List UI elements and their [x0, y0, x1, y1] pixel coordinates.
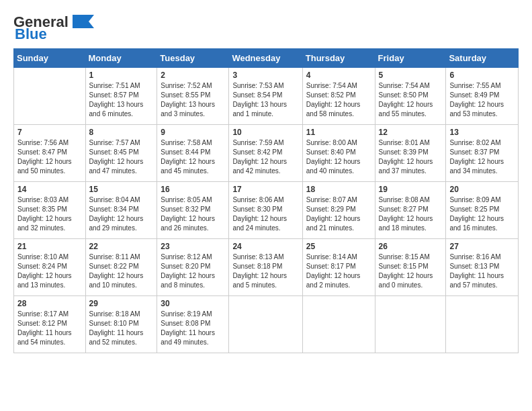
day-number: 30 [161, 299, 225, 308]
day-number: 10 [232, 128, 298, 137]
header: General Blue [13, 13, 519, 43]
day-info: Sunrise: 7:59 AM Sunset: 8:42 PM Dayligh… [232, 138, 298, 176]
day-info: Sunrise: 7:52 AM Sunset: 8:55 PM Dayligh… [161, 81, 225, 119]
day-cell: 15Sunrise: 8:04 AM Sunset: 8:34 PM Dayli… [85, 182, 157, 239]
day-number: 8 [89, 128, 154, 137]
col-header-friday: Friday [375, 49, 446, 68]
day-info: Sunrise: 7:55 AM Sunset: 8:49 PM Dayligh… [449, 81, 515, 119]
day-cell: 18Sunrise: 8:07 AM Sunset: 8:29 PM Dayli… [302, 182, 375, 239]
day-number: 22 [89, 242, 154, 251]
day-cell: 11Sunrise: 8:00 AM Sunset: 8:40 PM Dayli… [302, 125, 375, 182]
day-info: Sunrise: 7:56 AM Sunset: 8:47 PM Dayligh… [17, 138, 82, 176]
day-info: Sunrise: 7:53 AM Sunset: 8:54 PM Dayligh… [232, 81, 298, 119]
day-number: 23 [161, 242, 225, 251]
day-cell: 8Sunrise: 7:57 AM Sunset: 8:45 PM Daylig… [85, 125, 157, 182]
week-row-1: 1Sunrise: 7:51 AM Sunset: 8:57 PM Daylig… [14, 68, 519, 125]
day-cell: 9Sunrise: 7:58 AM Sunset: 8:44 PM Daylig… [157, 125, 229, 182]
day-info: Sunrise: 8:17 AM Sunset: 8:12 PM Dayligh… [17, 310, 82, 347]
day-info: Sunrise: 8:16 AM Sunset: 8:13 PM Dayligh… [449, 253, 515, 290]
col-header-monday: Monday [85, 49, 157, 68]
day-info: Sunrise: 8:05 AM Sunset: 8:32 PM Dayligh… [161, 195, 225, 233]
day-cell: 12Sunrise: 8:01 AM Sunset: 8:39 PM Dayli… [375, 125, 446, 182]
day-number: 13 [449, 128, 515, 137]
day-number: 1 [89, 71, 154, 80]
day-number: 29 [89, 299, 154, 308]
day-number: 18 [306, 185, 371, 194]
day-number: 5 [379, 71, 443, 80]
day-number: 15 [89, 185, 154, 194]
day-info: Sunrise: 8:12 AM Sunset: 8:20 PM Dayligh… [161, 253, 225, 290]
day-number: 24 [232, 242, 298, 251]
week-row-4: 21Sunrise: 8:10 AM Sunset: 8:24 PM Dayli… [14, 239, 519, 296]
day-cell [229, 296, 302, 353]
day-number: 27 [449, 242, 515, 251]
day-cell [14, 68, 86, 125]
day-info: Sunrise: 8:19 AM Sunset: 8:08 PM Dayligh… [161, 310, 225, 347]
day-number: 19 [379, 185, 443, 194]
day-info: Sunrise: 8:15 AM Sunset: 8:15 PM Dayligh… [379, 253, 443, 290]
day-number: 14 [17, 185, 82, 194]
day-info: Sunrise: 7:58 AM Sunset: 8:44 PM Dayligh… [161, 138, 225, 176]
col-header-saturday: Saturday [446, 49, 519, 68]
day-number: 16 [161, 185, 225, 194]
day-number: 9 [161, 128, 225, 137]
day-info: Sunrise: 8:09 AM Sunset: 8:25 PM Dayligh… [449, 195, 515, 233]
day-cell: 22Sunrise: 8:11 AM Sunset: 8:22 PM Dayli… [85, 239, 157, 296]
day-cell: 21Sunrise: 8:10 AM Sunset: 8:24 PM Dayli… [14, 239, 86, 296]
day-info: Sunrise: 8:13 AM Sunset: 8:18 PM Dayligh… [232, 253, 298, 290]
day-info: Sunrise: 7:51 AM Sunset: 8:57 PM Dayligh… [89, 81, 154, 119]
day-cell: 10Sunrise: 7:59 AM Sunset: 8:42 PM Dayli… [229, 125, 302, 182]
svg-marker-0 [73, 15, 94, 28]
day-number: 4 [306, 71, 371, 80]
day-info: Sunrise: 8:07 AM Sunset: 8:29 PM Dayligh… [306, 195, 371, 233]
logo: General Blue [13, 13, 94, 43]
day-cell [446, 296, 519, 353]
day-info: Sunrise: 7:54 AM Sunset: 8:50 PM Dayligh… [379, 81, 443, 119]
day-info: Sunrise: 8:14 AM Sunset: 8:17 PM Dayligh… [306, 253, 371, 290]
week-row-2: 7Sunrise: 7:56 AM Sunset: 8:47 PM Daylig… [14, 125, 519, 182]
day-info: Sunrise: 8:06 AM Sunset: 8:30 PM Dayligh… [232, 195, 298, 233]
day-info: Sunrise: 8:04 AM Sunset: 8:34 PM Dayligh… [89, 195, 154, 233]
day-cell: 29Sunrise: 8:18 AM Sunset: 8:10 PM Dayli… [85, 296, 157, 353]
col-header-thursday: Thursday [302, 49, 375, 68]
day-number: 28 [17, 299, 82, 308]
day-number: 6 [449, 71, 515, 80]
day-cell: 24Sunrise: 8:13 AM Sunset: 8:18 PM Dayli… [229, 239, 302, 296]
day-number: 20 [449, 185, 515, 194]
day-cell: 6Sunrise: 7:55 AM Sunset: 8:49 PM Daylig… [446, 68, 519, 125]
day-cell: 28Sunrise: 8:17 AM Sunset: 8:12 PM Dayli… [14, 296, 86, 353]
day-number: 3 [232, 71, 298, 80]
day-number: 25 [306, 242, 371, 251]
day-info: Sunrise: 8:01 AM Sunset: 8:39 PM Dayligh… [379, 138, 443, 176]
header-row: SundayMondayTuesdayWednesdayThursdayFrid… [14, 49, 519, 68]
day-number: 17 [232, 185, 298, 194]
day-cell: 16Sunrise: 8:05 AM Sunset: 8:32 PM Dayli… [157, 182, 229, 239]
day-info: Sunrise: 8:08 AM Sunset: 8:27 PM Dayligh… [379, 195, 443, 233]
day-cell: 2Sunrise: 7:52 AM Sunset: 8:55 PM Daylig… [157, 68, 229, 125]
day-info: Sunrise: 7:57 AM Sunset: 8:45 PM Dayligh… [89, 138, 154, 176]
day-number: 2 [161, 71, 225, 80]
day-cell: 5Sunrise: 7:54 AM Sunset: 8:50 PM Daylig… [375, 68, 446, 125]
day-number: 7 [17, 128, 82, 137]
day-info: Sunrise: 8:11 AM Sunset: 8:22 PM Dayligh… [89, 253, 154, 290]
day-cell: 14Sunrise: 8:03 AM Sunset: 8:35 PM Dayli… [14, 182, 86, 239]
col-header-sunday: Sunday [14, 49, 86, 68]
day-cell: 23Sunrise: 8:12 AM Sunset: 8:20 PM Dayli… [157, 239, 229, 296]
day-cell: 30Sunrise: 8:19 AM Sunset: 8:08 PM Dayli… [157, 296, 229, 353]
calendar-table: SundayMondayTuesdayWednesdayThursdayFrid… [13, 48, 519, 353]
day-number: 26 [379, 242, 443, 251]
day-info: Sunrise: 8:02 AM Sunset: 8:37 PM Dayligh… [449, 138, 515, 176]
day-cell [302, 296, 375, 353]
col-header-tuesday: Tuesday [157, 49, 229, 68]
col-header-wednesday: Wednesday [229, 49, 302, 68]
week-row-5: 28Sunrise: 8:17 AM Sunset: 8:12 PM Dayli… [14, 296, 519, 353]
day-cell: 4Sunrise: 7:54 AM Sunset: 8:52 PM Daylig… [302, 68, 375, 125]
day-cell: 19Sunrise: 8:08 AM Sunset: 8:27 PM Dayli… [375, 182, 446, 239]
day-cell [375, 296, 446, 353]
day-info: Sunrise: 7:54 AM Sunset: 8:52 PM Dayligh… [306, 81, 371, 119]
day-info: Sunrise: 8:03 AM Sunset: 8:35 PM Dayligh… [17, 195, 82, 233]
day-number: 12 [379, 128, 443, 137]
day-cell: 13Sunrise: 8:02 AM Sunset: 8:37 PM Dayli… [446, 125, 519, 182]
day-cell: 27Sunrise: 8:16 AM Sunset: 8:13 PM Dayli… [446, 239, 519, 296]
day-cell: 17Sunrise: 8:06 AM Sunset: 8:30 PM Dayli… [229, 182, 302, 239]
